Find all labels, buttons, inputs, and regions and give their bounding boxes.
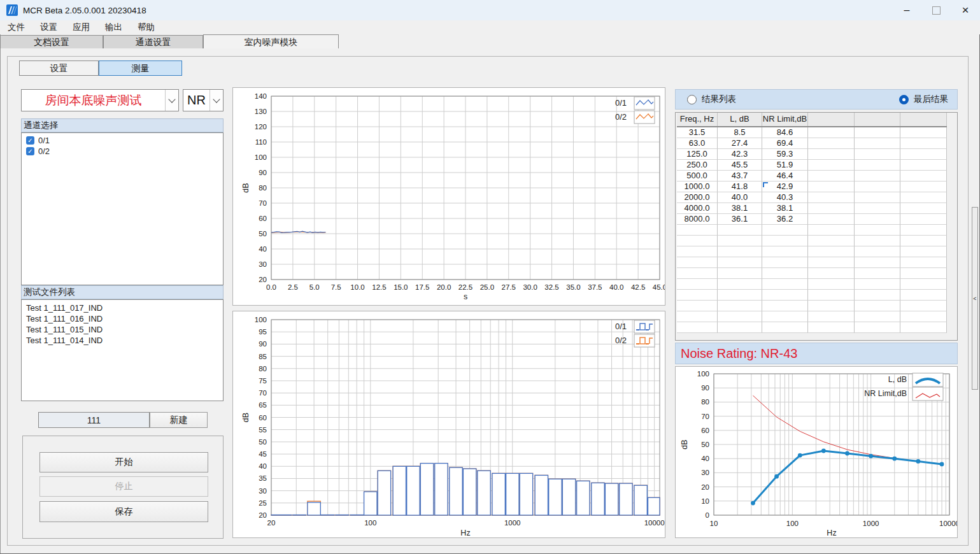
table-cell[interactable]: 4000.0 bbox=[677, 203, 718, 214]
table-cell[interactable] bbox=[855, 181, 900, 192]
checkbox-checked-icon[interactable]: ✓ bbox=[26, 136, 34, 145]
table-row[interactable] bbox=[677, 279, 947, 290]
table-cell[interactable]: 40.0 bbox=[718, 192, 762, 203]
table-row[interactable] bbox=[677, 322, 947, 333]
table-cell[interactable] bbox=[808, 311, 855, 322]
table-cell[interactable] bbox=[808, 214, 855, 225]
table-cell[interactable] bbox=[900, 257, 947, 268]
table-cell[interactable] bbox=[677, 311, 718, 322]
table-cell[interactable]: 250.0 bbox=[677, 160, 718, 171]
table-cell[interactable]: 46.4 bbox=[762, 171, 808, 181]
tab-3[interactable]: 室内噪声模块 bbox=[203, 34, 339, 48]
table-cell[interactable] bbox=[762, 279, 808, 290]
table-row[interactable]: 2000.040.040.3 bbox=[677, 192, 947, 203]
table-cell[interactable]: 38.1 bbox=[718, 203, 762, 214]
table-cell[interactable] bbox=[808, 290, 855, 301]
table-cell[interactable] bbox=[677, 257, 718, 268]
table-cell[interactable] bbox=[808, 257, 855, 268]
table-cell[interactable]: 51.9 bbox=[762, 160, 808, 171]
table-cell[interactable] bbox=[808, 236, 855, 246]
table-cell[interactable] bbox=[677, 322, 718, 333]
table-cell[interactable] bbox=[855, 203, 900, 214]
radio-last-result[interactable] bbox=[899, 95, 909, 104]
table-cell[interactable] bbox=[762, 322, 808, 333]
table-row[interactable]: 8000.036.136.2 bbox=[677, 214, 947, 225]
table-cell[interactable]: 69.4 bbox=[762, 138, 808, 149]
table-cell[interactable] bbox=[900, 279, 947, 290]
table-cell[interactable] bbox=[808, 127, 855, 138]
table-cell[interactable] bbox=[855, 236, 900, 246]
table-cell[interactable] bbox=[718, 225, 762, 236]
table-cell[interactable] bbox=[900, 171, 947, 181]
table-cell[interactable]: 38.1 bbox=[762, 203, 808, 214]
table-cell[interactable] bbox=[900, 192, 947, 203]
table-row[interactable] bbox=[677, 257, 947, 268]
table-row[interactable] bbox=[677, 246, 947, 257]
table-row[interactable]: 250.045.551.9 bbox=[677, 160, 947, 171]
table-cell[interactable] bbox=[855, 171, 900, 181]
table-cell[interactable] bbox=[677, 225, 718, 236]
file-list-item[interactable]: Test 1_111_016_IND bbox=[22, 313, 223, 324]
channel-item[interactable]: ✓0/2 bbox=[22, 146, 223, 157]
table-cell[interactable] bbox=[762, 225, 808, 236]
table-cell[interactable] bbox=[718, 279, 762, 290]
table-cell[interactable] bbox=[762, 301, 808, 311]
minimize-button[interactable]: – bbox=[892, 0, 921, 20]
table-cell[interactable]: 42.9 bbox=[762, 181, 808, 192]
table-row[interactable]: 63.027.469.4 bbox=[677, 138, 947, 149]
test-name-combo[interactable]: 房间本底噪声测试 bbox=[21, 89, 179, 111]
table-cell[interactable] bbox=[855, 257, 900, 268]
table-cell[interactable]: 42.3 bbox=[718, 149, 762, 160]
table-row[interactable] bbox=[677, 268, 947, 279]
table-cell[interactable] bbox=[855, 138, 900, 149]
rating-combo-arrow[interactable] bbox=[209, 90, 223, 111]
table-cell[interactable] bbox=[762, 257, 808, 268]
start-button[interactable]: 开始 bbox=[39, 452, 208, 472]
table-cell[interactable] bbox=[677, 246, 718, 257]
table-row[interactable] bbox=[677, 311, 947, 322]
table-cell[interactable] bbox=[808, 192, 855, 203]
table-cell[interactable] bbox=[718, 322, 762, 333]
table-cell[interactable]: 125.0 bbox=[677, 149, 718, 160]
table-cell[interactable] bbox=[900, 311, 947, 322]
table-cell[interactable] bbox=[855, 268, 900, 279]
channel-item[interactable]: ✓0/1 bbox=[22, 135, 223, 146]
collapse-panel-button[interactable]: < bbox=[972, 207, 978, 390]
table-cell[interactable]: 27.4 bbox=[718, 138, 762, 149]
menu-item[interactable]: 文件 bbox=[0, 20, 32, 34]
table-cell[interactable] bbox=[900, 225, 947, 236]
table-row[interactable]: 31.58.584.6 bbox=[677, 127, 947, 138]
table-cell[interactable] bbox=[718, 268, 762, 279]
table-cell[interactable] bbox=[677, 279, 718, 290]
table-cell[interactable] bbox=[855, 160, 900, 171]
table-cell[interactable] bbox=[677, 290, 718, 301]
table-cell[interactable] bbox=[808, 246, 855, 257]
table-cell[interactable] bbox=[718, 290, 762, 301]
table-cell[interactable] bbox=[855, 290, 900, 301]
table-cell[interactable] bbox=[808, 301, 855, 311]
table-cell[interactable] bbox=[855, 301, 900, 311]
table-row[interactable] bbox=[677, 236, 947, 246]
table-row[interactable] bbox=[677, 301, 947, 311]
table-cell[interactable] bbox=[900, 181, 947, 192]
table-cell[interactable] bbox=[808, 322, 855, 333]
table-cell[interactable] bbox=[900, 246, 947, 257]
table-cell[interactable]: 8.5 bbox=[718, 127, 762, 138]
table-cell[interactable] bbox=[900, 290, 947, 301]
rating-combo[interactable]: NR bbox=[183, 89, 224, 111]
test-name-input[interactable]: 111 bbox=[38, 412, 150, 428]
table-cell[interactable] bbox=[808, 203, 855, 214]
table-cell[interactable] bbox=[855, 279, 900, 290]
menu-item[interactable]: 帮助 bbox=[130, 20, 162, 34]
table-cell[interactable]: 8000.0 bbox=[677, 214, 718, 225]
table-cell[interactable] bbox=[900, 236, 947, 246]
table-cell[interactable] bbox=[900, 160, 947, 171]
table-cell[interactable] bbox=[718, 246, 762, 257]
table-cell[interactable] bbox=[718, 301, 762, 311]
table-cell[interactable] bbox=[808, 268, 855, 279]
table-cell[interactable]: 1000.0 bbox=[677, 181, 718, 192]
file-list-item[interactable]: Test 1_111_015_IND bbox=[22, 324, 223, 335]
table-cell[interactable] bbox=[762, 290, 808, 301]
table-cell[interactable] bbox=[900, 214, 947, 225]
table-cell[interactable] bbox=[718, 311, 762, 322]
